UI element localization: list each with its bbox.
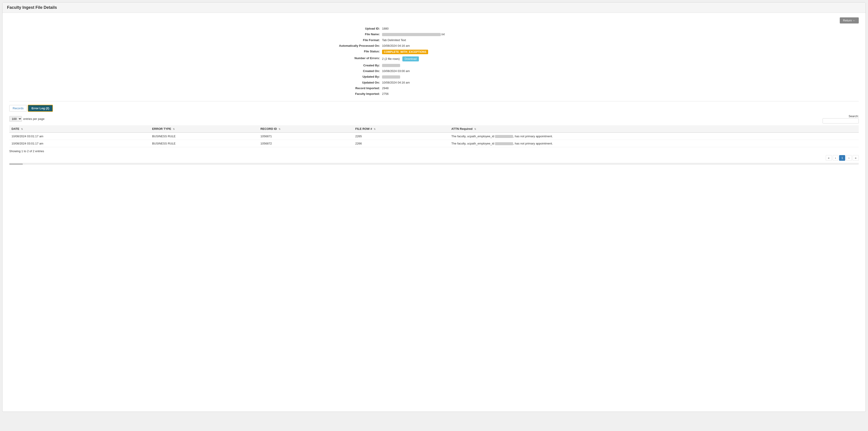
tab-error-log[interactable]: Error Log (2) bbox=[28, 105, 53, 112]
page-title: Faculty Ingest File Details bbox=[7, 5, 57, 10]
table-header: DATE ⇅ ERROR TYPE ⇅ RECORD ID ⇅ FILE R bbox=[9, 125, 859, 133]
cell-record_id-0: 1056871 bbox=[258, 133, 353, 140]
file-format-row: File Format: Tab Delimited Text bbox=[332, 37, 536, 43]
scrollbar-area[interactable] bbox=[9, 163, 859, 165]
cell-attn-0: The faculty, ucpath_employee_id , has no… bbox=[449, 133, 859, 140]
created-on-value: 10/08/2024 03:00 am bbox=[382, 69, 536, 73]
updated-by-row: Updated By: bbox=[332, 74, 536, 80]
cell-record_id-1: 1056872 bbox=[258, 140, 353, 147]
prev-page-button[interactable]: ‹ bbox=[833, 155, 838, 161]
attn-prefix: The faculty, ucpath_employee_id bbox=[452, 142, 495, 145]
error-type-sort-icon: ⇅ bbox=[173, 128, 175, 130]
record-imported-row: Record Imported: 2948 bbox=[332, 85, 536, 91]
upload-id-value: 1880 bbox=[382, 27, 536, 30]
pagination-row: « ‹ 1 › » bbox=[9, 155, 859, 161]
col-record-id[interactable]: RECORD ID ⇅ bbox=[258, 125, 353, 133]
updated-by-redacted bbox=[382, 75, 400, 78]
faculty-imported-label: Faculty Imported: bbox=[332, 92, 382, 96]
num-errors-label: Number of Errors: bbox=[332, 57, 382, 60]
col-record-id-label: RECORD ID bbox=[260, 127, 277, 131]
title-bar: Faculty Ingest File Details bbox=[2, 2, 866, 13]
scrollbar-thumb bbox=[9, 163, 23, 165]
created-by-label: Created By: bbox=[332, 64, 382, 67]
entries-left: 100 25 50 entries per page bbox=[9, 116, 44, 122]
file-status-row: File Status: COMPLETE_WITH_EXCEPTIONS bbox=[332, 48, 536, 55]
file-name-redacted bbox=[382, 33, 441, 36]
file-name-label: File Name: bbox=[332, 33, 382, 36]
table-row: 10/08/2024 03:01:17 amBUSINESS RULE10568… bbox=[9, 133, 859, 140]
page-wrapper: Faculty Ingest File Details Return ← Upl… bbox=[2, 2, 866, 412]
search-label: Search: bbox=[848, 114, 859, 118]
file-format-value: Tab Delimited Text bbox=[382, 38, 536, 42]
attn-redacted bbox=[495, 135, 513, 138]
entries-per-page-select[interactable]: 100 25 50 bbox=[9, 116, 22, 122]
error-log-table: DATE ⇅ ERROR TYPE ⇅ RECORD ID ⇅ FILE R bbox=[9, 125, 859, 147]
table-controls: 100 25 50 entries per page Search: bbox=[9, 114, 859, 124]
attn-sort-icon: ⇅ bbox=[474, 128, 476, 130]
col-error-type[interactable]: ERROR TYPE ⇅ bbox=[150, 125, 258, 133]
attn-suffix: , has not primary appointment. bbox=[513, 142, 553, 145]
created-by-row: Created By: bbox=[332, 63, 536, 68]
file-name-row: File Name: .txt bbox=[332, 31, 536, 37]
col-attn[interactable]: ATTN Required ⇅ bbox=[449, 125, 859, 133]
status-badge: COMPLETE_WITH_EXCEPTIONS bbox=[382, 50, 428, 54]
auto-processed-value: 10/08/2024 04:16 am bbox=[382, 44, 536, 47]
updated-on-value: 10/08/2024 04:16 am bbox=[382, 81, 536, 84]
col-error-type-label: ERROR TYPE bbox=[152, 127, 171, 131]
table-row: 10/08/2024 03:01:17 amBUSINESS RULE10568… bbox=[9, 140, 859, 147]
col-file-row[interactable]: FILE ROW # ⇅ bbox=[353, 125, 449, 133]
tabs-row: Records Error Log (2) bbox=[9, 105, 859, 112]
faculty-imported-value: 2756 bbox=[382, 92, 536, 96]
cell-date-0: 10/08/2024 03:01:17 am bbox=[9, 133, 150, 140]
num-errors-value: 2 (2 file rows) Download bbox=[382, 57, 536, 61]
upload-id-label: Upload ID: bbox=[332, 27, 382, 30]
created-on-row: Created On: 10/08/2024 03:00 am bbox=[332, 68, 536, 74]
file-status-value: COMPLETE_WITH_EXCEPTIONS bbox=[382, 50, 536, 54]
attn-suffix: , has not primary appointment. bbox=[513, 135, 553, 138]
created-on-label: Created On: bbox=[332, 69, 382, 73]
attn-prefix: The faculty, ucpath_employee_id bbox=[452, 135, 495, 138]
cell-file_row-0: 2265 bbox=[353, 133, 449, 140]
search-input[interactable] bbox=[823, 118, 859, 124]
next-page-button[interactable]: › bbox=[846, 155, 851, 161]
cell-attn-1: The faculty, ucpath_employee_id , has no… bbox=[449, 140, 859, 147]
date-sort-icon: ⇅ bbox=[21, 128, 23, 130]
upload-id-row: Upload ID: 1880 bbox=[332, 26, 536, 31]
num-errors-row: Number of Errors: 2 (2 file rows) Downlo… bbox=[332, 55, 536, 63]
updated-by-value bbox=[382, 75, 536, 78]
record-imported-label: Record Imported: bbox=[332, 87, 382, 90]
download-button[interactable]: Download bbox=[402, 57, 419, 61]
faculty-imported-row: Faculty Imported: 2756 bbox=[332, 91, 536, 97]
updated-on-row: Updated On: 10/08/2024 04:16 am bbox=[332, 80, 536, 85]
created-by-value bbox=[382, 64, 536, 67]
current-page-button[interactable]: 1 bbox=[839, 155, 845, 161]
return-button[interactable]: Return ← bbox=[840, 18, 859, 24]
cell-error_type-1: BUSINESS RULE bbox=[150, 140, 258, 147]
updated-by-label: Updated By: bbox=[332, 75, 382, 78]
file-format-label: File Format: bbox=[332, 38, 382, 42]
record-id-sort-icon: ⇅ bbox=[279, 128, 280, 130]
cell-error_type-0: BUSINESS RULE bbox=[150, 133, 258, 140]
last-page-button[interactable]: » bbox=[852, 155, 859, 161]
showing-text: Showing 1 to 2 of 2 entries bbox=[9, 150, 859, 153]
auto-processed-label: Automatically Processed On: bbox=[332, 44, 382, 47]
tab-records[interactable]: Records bbox=[9, 105, 27, 111]
return-btn-wrap: Return ← bbox=[9, 18, 859, 24]
file-name-suffix: .txt bbox=[441, 33, 445, 36]
table-body: 10/08/2024 03:01:17 amBUSINESS RULE10568… bbox=[9, 133, 859, 147]
entries-label: entries per page bbox=[23, 117, 44, 121]
file-name-value: .txt bbox=[382, 33, 536, 36]
num-errors-text: 2 (2 file rows) bbox=[382, 57, 400, 61]
record-imported-value: 2948 bbox=[382, 87, 536, 90]
file-row-sort-icon: ⇅ bbox=[374, 128, 375, 130]
col-date-label: DATE bbox=[11, 127, 19, 131]
detail-table: Upload ID: 1880 File Name: .txt File For… bbox=[332, 26, 536, 97]
first-page-button[interactable]: « bbox=[826, 155, 832, 161]
created-by-redacted bbox=[382, 64, 400, 67]
col-date[interactable]: DATE ⇅ bbox=[9, 125, 150, 133]
col-attn-label: ATTN Required bbox=[452, 127, 473, 131]
attn-redacted bbox=[495, 142, 513, 145]
auto-processed-row: Automatically Processed On: 10/08/2024 0… bbox=[332, 43, 536, 48]
updated-on-label: Updated On: bbox=[332, 81, 382, 84]
search-area: Search: bbox=[823, 114, 859, 124]
